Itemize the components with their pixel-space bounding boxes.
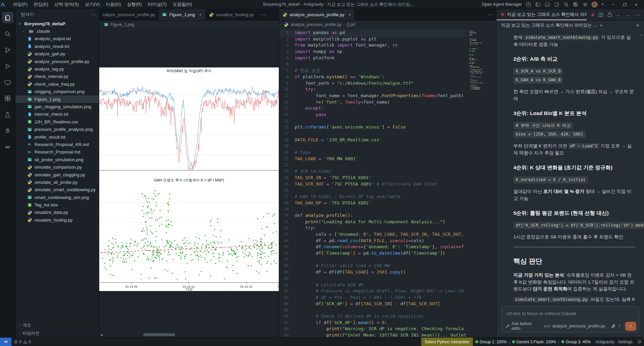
activity-rocket-icon[interactable] [2,125,14,137]
menu-s[interactable]: 선택 영역(S) [51,1,82,7]
tree-item-jjh-br-realtime-csv[interactable]: JJH_BR_Realtime.csv [16,118,99,125]
code-line[interactable]: 21TAG_LOAD = '7DH MW XQ01' [279,156,467,162]
code-line[interactable]: 7# 한글 설정 [279,67,467,74]
code-line[interactable]: 47 if df['SCR_dP'].mean() < 0: [279,320,467,326]
open-agent-manager-button[interactable]: Open Agent Manager [482,2,522,7]
close-button[interactable]: × [630,0,642,9]
code-line[interactable]: 4import numpy as np [279,49,467,55]
slash-command-icon[interactable]: / [619,324,620,328]
menu-t[interactable]: 터미널(T) [145,1,170,7]
send-button[interactable]: ↑ [625,322,636,331]
code-line[interactable]: 30def analyze_profile(): [279,212,467,219]
code-line[interactable]: 14 pass [279,112,467,118]
code-line[interactable]: 36 df['Timestamp'] = pd.to_datetime(df['… [279,250,467,257]
nav-forward-icon[interactable]: → [626,12,630,18]
code-line[interactable]: 13 except: [279,105,467,112]
code-line[interactable]: 3from matplotlib import font_manager, rc [279,42,467,49]
user-avatar[interactable] [591,1,598,8]
panel-more-icon[interactable]: ⋯ [635,12,640,18]
tree-item-simulate-smart-sootblowing-py[interactable]: simulate_smart_sootblowing.py [16,186,99,194]
tree-item-check-interval-py[interactable]: check_interval.py [16,73,99,80]
layout-grid-icon[interactable] [525,1,531,7]
timeline-section[interactable]: ›타임라인 [16,329,99,337]
code-line[interactable]: 22 [279,162,467,168]
code-line[interactable]: 15 [279,118,467,124]
edit-mode-selector[interactable]: Ask before edits [506,321,541,331]
code-line[interactable]: 35 df.rename(columns={'Unnamed: 0': 'Tim… [279,244,467,250]
new-conversation-button[interactable]: + [636,22,639,28]
activity-testing-icon[interactable] [2,109,14,120]
code-line[interactable]: 17 [279,131,467,137]
code-line[interactable]: 8if platform.system() == 'Windows': [279,74,467,80]
code-line[interactable]: 23# SCR (A-Side) [279,168,467,175]
tree-item--claude[interactable]: ›.claude [16,27,99,35]
conversation-body[interactable]: ▲ 현재 simulate_smart_sootblowing.py 가 있으므… [497,30,644,304]
code-line[interactable]: 9 font_path = "c:/Windows/Fonts/malgun.t… [279,80,467,87]
close-tab-icon[interactable]: × [199,12,202,17]
tree-item-research-proposal-kr-md[interactable]: M↓Research_Proposal_KR.md [16,141,99,148]
editor-actions-more-icon[interactable]: ⋯ [487,11,493,18]
assistant-tab-secondary[interactable]: ✳ [587,9,598,20]
activity-explorer-icon[interactable] [2,12,14,23]
tree-item-check-value-freq-py[interactable]: check_value_freq.py [16,80,99,88]
nav-back-icon[interactable]: ← [616,12,621,18]
tree-item-pressure-profile-analysis-png[interactable]: pressure_profile_analysis.png [16,125,99,133]
maximize-button[interactable] [619,0,630,9]
horizontal-scrollbar[interactable]: ◀ [99,333,279,337]
problems-indicator[interactable]: 0 0 [11,338,33,346]
tab-figure-1-png[interactable]: Figure_1.png× [159,9,205,20]
menu-h[interactable]: 도움말(H) [170,1,195,7]
python-interpreter-button[interactable]: Select Python Interpreter [421,338,473,346]
tree-item-analyze-tag-py[interactable]: analyze_tag.py [16,65,99,73]
left-breadcrumb[interactable]: Figure_1.png [99,21,279,28]
split-panel-icon[interactable] [598,12,603,17]
scroll-up-icon[interactable]: ▲ [640,33,643,37]
code-line[interactable]: 44 df['SCR_dP'] = df[TAG_SCR_IN] - df[TA… [279,301,467,307]
code-line[interactable]: 12 rc('font', family=font_name) [279,99,467,106]
tree-item-smart-sootblowing-sim-png[interactable]: smart_sootblowing_sim.png [16,194,99,201]
search-icon[interactable] [563,1,569,7]
tab-analyze-pressure-profile[interactable]: analyze_pressure_profile.py × [279,9,355,20]
activity-infinity-icon[interactable]: ∞ [2,141,14,153]
attach-icon[interactable] [611,324,616,328]
lock-icon[interactable] [608,14,612,17]
code-line[interactable]: 28TAG_GAH_DP = '7FG DT01A XQ01' [279,200,467,206]
right-breadcrumb[interactable]: analyze_pressure_profile.py › {} pd [279,21,496,28]
assistant-tab-active[interactable]: ✳ 지금 보고 있는 그래프 소스 확인해서 의미 [497,9,587,20]
activity-remote-explorer-icon[interactable] [2,77,14,88]
menu-g[interactable]: 이동(G) [103,1,124,7]
code-line[interactable]: 45 [279,307,467,313]
code-editor[interactable]: 1import pandas as pd2import matplotlib.p… [279,28,496,337]
code-line[interactable]: 31 print("Loading data for Multi-Compone… [279,219,467,225]
tree-item-tag-list-xlsx[interactable]: Tag_list.xlsx [16,201,99,208]
code-line[interactable]: 41 # Calculate SCR dP [279,282,467,288]
tab-visualize-fouling-py[interactable]: visualize_fouling.py [206,9,258,20]
tree-item-analysis-result-txt[interactable]: analysis_result.txt [16,42,99,50]
menu-v[interactable]: 보기(V) [82,1,103,7]
bell-icon[interactable] [635,338,644,346]
code-line[interactable]: 18DATA_FILE = 'JJH_BR_Realtime.csv' [279,137,467,143]
activity-search-icon[interactable] [2,28,14,39]
code-line[interactable]: 38 # Filter valid load > 250 MW [279,263,467,269]
chevron-down-icon[interactable]: ▼ [599,24,603,27]
tree-item-sb-probe-simulation-png[interactable]: sb_probe_simulation.png [16,156,99,163]
tab-overflow-icon[interactable]: ⋯ [258,9,268,20]
code-line[interactable]: 34 df = pd.read_csv(DATA_FILE, usecols=c… [279,238,467,244]
conversation-header[interactable]: 지금 보고 있는 그래프 소스 확인해서 의미있는 ... ▼ + [497,21,644,30]
tree-item-gah-clogging-simulation-png[interactable]: gah_clogging_simulation.png [16,103,99,110]
code-line[interactable]: 42 # Pressure is negative draft. Flow: H… [279,288,467,294]
tree-item-profile-result-txt[interactable]: profile_result.txt [16,133,99,141]
toggle-bottom-panel-icon[interactable] [544,1,550,7]
toggle-right-sidebar-icon[interactable] [554,1,560,7]
code-line[interactable]: 48 print("Warning: SCR dP is negative. C… [279,326,467,332]
code-line[interactable]: 49 print(f"Inlet Mean: {df[TAG_SCR_IN].m… [279,332,467,337]
model-quotas[interactable]: Group 1: 100%| Gemini 3 Flash: 100%| Gro… [473,338,593,346]
code-line[interactable]: 11 font_name = font_manager.FontProperti… [279,93,467,99]
scroll-left-icon[interactable]: ◀ [99,333,104,337]
code-line[interactable]: 16plt.rcParams['axes.unicode_minus'] = F… [279,124,467,131]
code-line[interactable]: 40 [279,276,467,282]
code-line[interactable]: 5import platform [279,55,467,61]
minimap[interactable] [469,30,489,90]
tree-item-figure-1-png[interactable]: Figure_1.png [16,95,99,103]
menu-r[interactable]: 실행(R) [124,1,145,7]
